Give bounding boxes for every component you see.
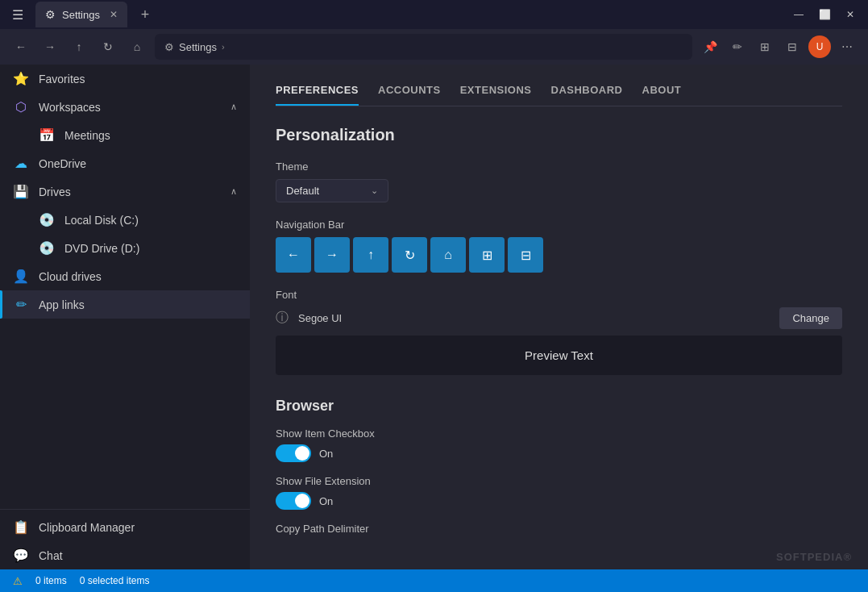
- split-button[interactable]: ⊟: [781, 35, 804, 58]
- more-button[interactable]: ⋯: [836, 35, 858, 58]
- nav-home-button[interactable]: ⌂: [430, 237, 466, 273]
- address-actions: 📌 ✏ ⊞ ⊟ U ⋯: [699, 35, 858, 58]
- clipboard-icon: 📋: [13, 519, 29, 535]
- item-checkbox-toggle[interactable]: [276, 444, 311, 462]
- font-info-icon: ⓘ: [276, 310, 289, 327]
- nav-add-tab-button[interactable]: ⊞: [469, 237, 505, 273]
- nav-forward-button[interactable]: →: [314, 237, 350, 273]
- sidebar-item-local-disk[interactable]: 💿 Local Disk (C:): [0, 206, 250, 234]
- minimize-button[interactable]: —: [787, 6, 810, 23]
- toggle2-state: On: [319, 495, 333, 507]
- back-button[interactable]: ←: [10, 35, 32, 58]
- drives-toggle[interactable]: ∧: [230, 186, 237, 197]
- sidebar-item-label: Chat: [39, 549, 63, 562]
- tab-settings-icon: ⚙: [45, 8, 56, 21]
- nav-split-button[interactable]: ⊟: [508, 237, 543, 273]
- favorites-icon: ⭐: [13, 71, 29, 86]
- warning-icon: ⚠: [13, 575, 23, 587]
- tab-about[interactable]: ABOUT: [642, 84, 682, 106]
- content-area: PREFERENCES ACCOUNTS EXTENSIONS DASHBOAR…: [250, 65, 868, 569]
- active-tab[interactable]: ⚙ Settings ✕: [35, 2, 127, 27]
- sidebar-item-workspaces[interactable]: ⬡ Workspaces ∧: [0, 93, 250, 121]
- sidebar-item-label: Workspaces: [39, 101, 101, 114]
- tab-title: Settings: [62, 9, 100, 21]
- home-button[interactable]: ⌂: [126, 35, 148, 58]
- path-label: Settings: [179, 41, 217, 53]
- avatar[interactable]: U: [808, 35, 831, 58]
- edit-button[interactable]: ✏: [726, 35, 749, 58]
- preview-text-box: Preview Text: [276, 336, 842, 375]
- sidebar-item-drives[interactable]: 💾 Drives ∧: [0, 177, 250, 206]
- show-file-extension-label: Show File Extension: [276, 475, 842, 487]
- sidebar-item-label: Local Disk (C:): [64, 214, 139, 227]
- sidebar-item-label: Drives: [39, 186, 71, 198]
- meetings-icon: 📅: [39, 127, 55, 143]
- path-gear-icon: ⚙: [164, 41, 174, 53]
- theme-chevron-icon: ⌄: [371, 186, 378, 196]
- sidebar-item-label: Meetings: [64, 129, 110, 142]
- sidebar-item-label: Favorites: [39, 73, 85, 85]
- preview-text: Preview Text: [525, 348, 593, 362]
- workspaces-icon: ⬡: [13, 99, 29, 115]
- tab-preferences[interactable]: PREFERENCES: [276, 84, 359, 106]
- show-item-checkbox-label: Show Item Checkbox: [276, 427, 842, 440]
- show-item-checkbox-row: Show Item Checkbox On: [276, 427, 842, 462]
- sidebar-item-label: Cloud drives: [39, 270, 102, 283]
- sidebar-item-meetings[interactable]: 📅 Meetings: [0, 121, 250, 149]
- selected-count: 0 selected items: [80, 575, 150, 586]
- sidebar-item-chat[interactable]: 💬 Chat: [0, 541, 250, 569]
- file-extension-toggle[interactable]: [276, 492, 311, 510]
- drives-icon: 💾: [13, 184, 29, 199]
- sidebar-item-app-links[interactable]: ✏ App links: [0, 290, 250, 319]
- nav-bar-label: Navigation Bar: [276, 219, 842, 231]
- add-tab-button[interactable]: ⊞: [754, 35, 776, 58]
- menu-button[interactable]: ☰: [6, 3, 29, 26]
- items-count: 0 items: [35, 575, 67, 586]
- up-button[interactable]: ↑: [68, 35, 90, 58]
- pin-button[interactable]: 📌: [699, 35, 721, 58]
- nav-up-button[interactable]: ↑: [353, 237, 388, 273]
- font-label: Font: [276, 289, 842, 301]
- tab-extensions[interactable]: EXTENSIONS: [460, 84, 532, 106]
- refresh-button[interactable]: ↻: [97, 35, 119, 58]
- tab-close-button[interactable]: ✕: [110, 9, 118, 20]
- local-disk-icon: 💿: [39, 212, 55, 227]
- dvd-icon: 💿: [39, 240, 55, 256]
- toggle-group-2: On: [276, 492, 842, 510]
- browser-title: Browser: [276, 398, 842, 415]
- titlebar: ☰ ⚙ Settings ✕ + — ⬜ ✕: [0, 0, 868, 29]
- sidebar-item-label: DVD Drive (D:): [64, 242, 139, 255]
- copy-path-delimiter-row: Copy Path Delimiter: [276, 523, 842, 535]
- tab-dashboard[interactable]: DASHBOARD: [551, 84, 623, 106]
- settings-tabs: PREFERENCES ACCOUNTS EXTENSIONS DASHBOAR…: [276, 84, 842, 106]
- address-path[interactable]: ⚙ Settings ›: [155, 34, 692, 60]
- theme-label: Theme: [276, 161, 842, 173]
- forward-button[interactable]: →: [39, 35, 61, 58]
- nav-back-button[interactable]: ←: [276, 237, 311, 273]
- sidebar-item-favorites[interactable]: ⭐ Favorites: [0, 65, 250, 93]
- nav-refresh-button[interactable]: ↻: [392, 237, 427, 273]
- toggle1-state: On: [319, 448, 333, 460]
- path-chevron: ›: [222, 42, 225, 52]
- app-links-icon: ✏: [13, 297, 29, 312]
- sidebar-item-cloud-drives[interactable]: 👤 Cloud drives: [0, 262, 250, 290]
- tab-accounts[interactable]: ACCOUNTS: [378, 84, 441, 106]
- change-font-button[interactable]: Change: [779, 307, 842, 329]
- sidebar-item-clipboard[interactable]: 📋 Clipboard Manager: [0, 513, 250, 541]
- addressbar: ← → ↑ ↻ ⌂ ⚙ Settings › 📌 ✏ ⊞ ⊟ U ⋯: [0, 29, 868, 65]
- sidebar-item-onedrive[interactable]: ☁ OneDrive: [0, 149, 250, 177]
- sidebar-item-label: OneDrive: [39, 157, 86, 170]
- hamburger-icon: ☰: [12, 7, 23, 23]
- font-row: ⓘ Segoe UI Change: [276, 307, 842, 329]
- restore-button[interactable]: ⬜: [813, 6, 836, 23]
- main-layout: ⭐ Favorites ⬡ Workspaces ∧ 📅 Meetings ☁ …: [0, 65, 868, 569]
- close-button[interactable]: ✕: [839, 6, 862, 23]
- chat-icon: 💬: [13, 548, 29, 563]
- navigation-bar-buttons: ← → ↑ ↻ ⌂ ⊞ ⊟: [276, 237, 842, 273]
- window-controls: — ⬜ ✕: [787, 6, 862, 23]
- workspaces-toggle[interactable]: ∧: [230, 102, 237, 112]
- new-tab-button[interactable]: +: [134, 3, 156, 26]
- copy-path-delimiter-label: Copy Path Delimiter: [276, 523, 842, 535]
- theme-dropdown[interactable]: Default ⌄: [276, 179, 388, 202]
- sidebar-item-dvd-drive[interactable]: 💿 DVD Drive (D:): [0, 234, 250, 262]
